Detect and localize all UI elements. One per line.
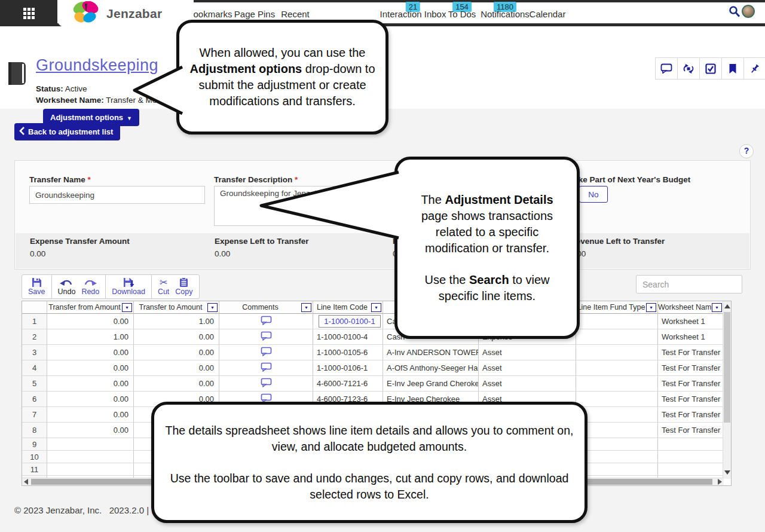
- grid-cell[interactable]: 0.00: [134, 360, 219, 376]
- column-header-comments[interactable]: Comments▼: [219, 301, 313, 314]
- grid-cell[interactable]: 3: [22, 345, 47, 360]
- grid-cell[interactable]: 1: [22, 314, 47, 329]
- grid-cell[interactable]: 0.00: [47, 392, 134, 407]
- task-check-icon[interactable]: [699, 57, 722, 80]
- grid-cell[interactable]: 10: [22, 451, 47, 463]
- grid-cell[interactable]: [658, 451, 724, 463]
- grid-cell[interactable]: Worksheet 1: [658, 314, 724, 329]
- grid-cell[interactable]: [219, 376, 313, 392]
- copy-button[interactable]: Copy: [172, 276, 195, 297]
- filter-icon[interactable]: ▼: [646, 303, 656, 312]
- transfer-name-input[interactable]: [29, 186, 205, 204]
- grid-cell[interactable]: Asset: [479, 360, 576, 376]
- grid-cell[interactable]: [658, 463, 724, 476]
- next-year-budget-toggle[interactable]: No: [579, 186, 608, 203]
- scroll-left-icon[interactable]: [24, 479, 28, 485]
- grid-cell[interactable]: Worksheet 1: [658, 329, 724, 345]
- scroll-right-icon[interactable]: [718, 479, 722, 485]
- grid-cell[interactable]: 0.00: [47, 376, 134, 392]
- grid-cell[interactable]: [576, 438, 658, 451]
- grid-cell[interactable]: Test For Transfer & Mod: [658, 392, 724, 407]
- grid-cell[interactable]: E-Inv Jeep Grand Cherokee: [383, 376, 479, 392]
- comment-icon[interactable]: [655, 57, 678, 80]
- table-row[interactable]: 50.000.004-6000-7121-6E-Inv Jeep Grand C…: [22, 376, 724, 392]
- grid-cell[interactable]: Asset: [479, 345, 576, 360]
- grid-cell[interactable]: [658, 438, 724, 451]
- grid-cell[interactable]: 4: [22, 360, 47, 376]
- grid-cell[interactable]: 0.00: [47, 360, 134, 376]
- table-row[interactable]: 40.000.001-1000-0106-1A-OfS Anthony-Seeg…: [22, 360, 724, 376]
- nav-item-bookmarks[interactable]: Bookmarks: [187, 9, 232, 19]
- column-header-line-item-fund-type[interactable]: Line Item Fund Type▼: [576, 301, 658, 314]
- grid-cell[interactable]: 9: [22, 438, 47, 451]
- grid-cell[interactable]: Test For Transfer & Mod: [658, 345, 724, 360]
- grid-cell[interactable]: 11: [22, 463, 47, 476]
- grid-cell[interactable]: 0.00: [134, 376, 219, 392]
- app-launcher-icon[interactable]: [0, 0, 57, 26]
- comment-bubble-icon[interactable]: [261, 378, 272, 389]
- grid-cell[interactable]: 0.00: [134, 345, 219, 360]
- filter-icon[interactable]: ▼: [712, 303, 722, 312]
- undo-button[interactable]: Undo: [55, 276, 79, 297]
- grid-cell[interactable]: 1-1000-0105-6: [313, 345, 383, 360]
- save-button[interactable]: Save: [25, 276, 48, 297]
- column-header-transfer-to-amount[interactable]: Transfer to Amount▼: [134, 301, 219, 314]
- grid-cell[interactable]: A-OfS Anthony-Seeger Hall: [383, 360, 479, 376]
- grid-cell[interactable]: [576, 329, 658, 345]
- grid-cell[interactable]: [47, 451, 134, 463]
- active-edit-cell[interactable]: 1-1000-0100-1: [319, 315, 381, 328]
- comment-bubble-icon[interactable]: [261, 347, 272, 358]
- grid-cell[interactable]: 8: [22, 423, 47, 438]
- grid-cell[interactable]: [576, 314, 658, 329]
- grid-cell[interactable]: 1.00: [134, 314, 219, 329]
- grid-cell[interactable]: 4-6000-7121-6: [313, 376, 383, 392]
- jenzabar-logo[interactable]: Jenzabar: [57, 0, 194, 27]
- comment-bubble-icon[interactable]: [261, 331, 272, 343]
- nav-item-notifications[interactable]: Notifications: [481, 9, 530, 19]
- redo-button[interactable]: Redo: [78, 276, 102, 297]
- cut-button[interactable]: ✂Cut: [155, 276, 172, 297]
- grid-cell[interactable]: [576, 451, 658, 463]
- filter-icon[interactable]: ▼: [301, 303, 311, 312]
- download-button[interactable]: Download: [109, 276, 148, 297]
- grid-cell[interactable]: 7: [22, 407, 47, 423]
- scroll-up-icon[interactable]: [724, 304, 730, 308]
- grid-cell[interactable]: 0.00: [47, 423, 134, 438]
- column-header-line-item-code[interactable]: Line Item Code▼: [313, 301, 383, 314]
- scroll-down-icon[interactable]: [724, 470, 730, 475]
- grid-cell[interactable]: [576, 407, 658, 423]
- table-row[interactable]: 21.000.001-1000-0100-4CashExpenseWorkshe…: [22, 329, 724, 345]
- nav-item-page-pins[interactable]: Page Pins: [234, 9, 275, 19]
- column-header-transfer-from-amount[interactable]: Transfer from Amount▼: [47, 301, 134, 314]
- grid-cell[interactable]: [576, 360, 658, 376]
- nav-item-to-dos[interactable]: To Dos: [448, 9, 476, 19]
- grid-cell[interactable]: [219, 345, 313, 360]
- search-icon[interactable]: [728, 5, 741, 22]
- grid-cell[interactable]: [576, 463, 658, 476]
- comment-bubble-icon[interactable]: [261, 316, 272, 327]
- workflow-icon[interactable]: [677, 57, 700, 80]
- grid-cell[interactable]: [219, 329, 313, 345]
- column-header-worksheet-name[interactable]: Worksheet Name▼: [658, 301, 724, 314]
- grid-cell[interactable]: 1-1000-0106-1: [313, 360, 383, 376]
- grid-cell[interactable]: A-Inv ANDERSON TOWERS: [383, 345, 479, 360]
- grid-cell[interactable]: 1-1000-0100-4: [313, 329, 383, 345]
- grid-cell[interactable]: 0.00: [134, 329, 219, 345]
- grid-cell[interactable]: [576, 423, 658, 438]
- help-button[interactable]: ?: [739, 144, 754, 158]
- grid-cell[interactable]: 0.00: [47, 345, 134, 360]
- grid-cell[interactable]: Asset: [479, 376, 576, 392]
- search-input[interactable]: [636, 275, 742, 293]
- table-row[interactable]: 10.001.001-1000-0100-1CashExpenseWorkshe…: [22, 314, 724, 329]
- grid-cell[interactable]: [219, 360, 313, 376]
- grid-cell[interactable]: Test For Transfer & Mod: [658, 360, 724, 376]
- grid-cell[interactable]: 2: [22, 329, 47, 345]
- grid-cell[interactable]: [576, 345, 658, 360]
- filter-icon[interactable]: ▼: [122, 303, 132, 312]
- grid-cell[interactable]: Test For Transfer & Mod: [658, 376, 724, 392]
- nav-item-recent[interactable]: Recent: [281, 9, 310, 19]
- filter-icon[interactable]: ▼: [371, 303, 381, 312]
- user-avatar[interactable]: [742, 5, 755, 18]
- grid-cell[interactable]: [219, 314, 313, 329]
- grid-cell[interactable]: 1.00: [47, 329, 134, 345]
